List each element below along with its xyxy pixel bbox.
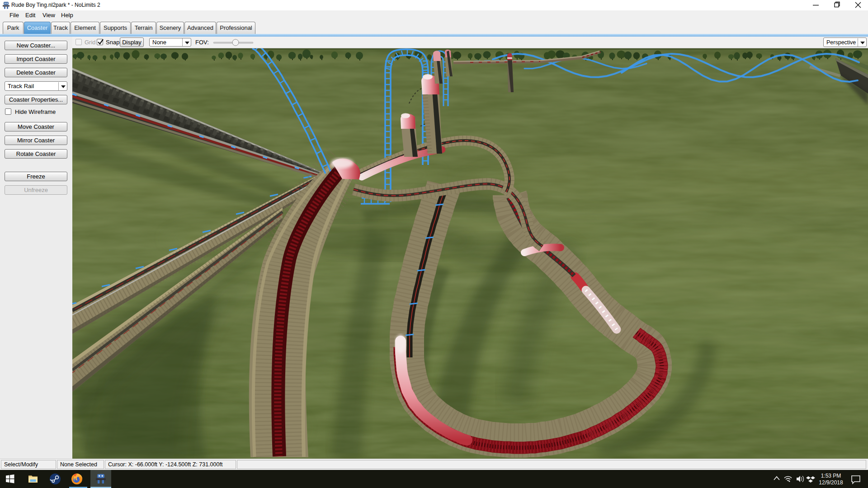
svg-text:12/9/2018: 12/9/2018 (819, 479, 843, 486)
svg-text:1:53 PM: 1:53 PM (821, 473, 841, 479)
